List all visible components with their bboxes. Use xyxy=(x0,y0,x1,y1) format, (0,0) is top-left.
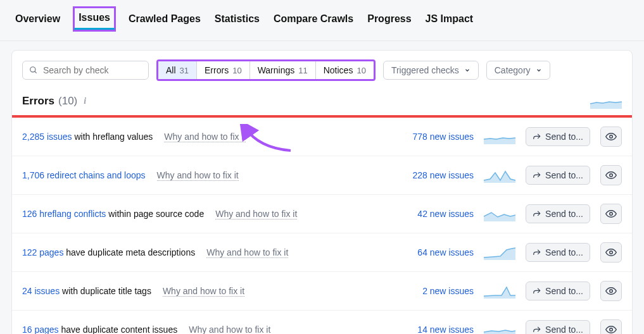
top-nav: Overview Issues Crawled Pages Statistics… xyxy=(0,0,644,41)
filter-all-count: 31 xyxy=(180,66,189,75)
category-label: Category xyxy=(495,65,531,75)
send-to-label: Send to... xyxy=(545,325,583,334)
section-sparkline xyxy=(590,94,622,109)
row-sparkline xyxy=(484,166,515,184)
issue-row: 24 issues with duplicate title tags Why … xyxy=(12,272,632,311)
send-to-button[interactable]: Send to... xyxy=(526,281,590,300)
send-to-label: Send to... xyxy=(545,132,583,142)
issue-link[interactable]: 126 hreflang conflicts xyxy=(22,209,106,219)
eye-icon xyxy=(605,131,617,142)
issue-link[interactable]: 16 pages xyxy=(22,325,59,334)
eye-icon xyxy=(605,208,617,220)
info-icon[interactable]: i xyxy=(84,96,86,106)
filter-tabs: All 31 Errors 10 Warnings 11 Notices 10 xyxy=(156,59,376,81)
share-icon xyxy=(533,287,541,295)
new-issues-link[interactable]: 14 new issues xyxy=(391,325,474,334)
issues-panel: All 31 Errors 10 Warnings 11 Notices 10 … xyxy=(11,50,633,334)
filter-notices-count: 10 xyxy=(357,66,365,75)
new-issues-link[interactable]: 778 new issues xyxy=(391,132,474,142)
send-to-button[interactable]: Send to... xyxy=(526,204,590,223)
share-icon xyxy=(533,325,541,334)
filter-warnings[interactable]: Warnings 11 xyxy=(250,61,316,79)
nav-progress[interactable]: Progress xyxy=(366,11,412,27)
row-sparkline xyxy=(484,205,515,223)
filter-all-label: All xyxy=(166,65,176,75)
fix-link[interactable]: Why and how to fix it xyxy=(163,286,244,297)
issue-text: have duplicate meta descriptions xyxy=(63,247,195,257)
svg-point-6 xyxy=(610,290,613,293)
fix-link[interactable]: Why and how to fix it xyxy=(206,247,288,258)
issue-row: 122 pages have duplicate meta descriptio… xyxy=(12,233,632,272)
filter-errors-count: 10 xyxy=(232,66,241,75)
send-to-label: Send to... xyxy=(545,247,583,257)
issue-row: 16 pages have duplicate content issues W… xyxy=(12,311,632,334)
view-button[interactable] xyxy=(600,127,622,147)
filter-errors-label: Errors xyxy=(205,65,229,75)
issue-link[interactable]: 2,285 issues xyxy=(22,132,72,142)
search-box[interactable] xyxy=(22,61,149,80)
filter-all[interactable]: All 31 xyxy=(158,61,197,79)
issue-link[interactable]: 122 pages xyxy=(22,247,63,257)
issue-row: 2,285 issues with hreflang values Why an… xyxy=(12,118,632,156)
svg-point-3 xyxy=(610,174,613,177)
new-issues-link[interactable]: 64 new issues xyxy=(391,247,474,257)
issue-row: 126 hreflang conflicts within page sourc… xyxy=(12,195,632,233)
section-count: (10) xyxy=(58,95,77,108)
send-to-button[interactable]: Send to... xyxy=(526,243,590,262)
svg-point-0 xyxy=(30,67,35,72)
issue-link[interactable]: 1,706 redirect chains and loops xyxy=(22,170,146,180)
issue-text: with duplicate title tags xyxy=(60,286,151,296)
section-title: Errors xyxy=(22,95,54,108)
fix-link[interactable]: Why and how to fix it xyxy=(189,325,270,335)
share-icon xyxy=(533,248,541,257)
issue-text: within page source code xyxy=(106,209,204,219)
nav-statistics[interactable]: Statistics xyxy=(213,11,261,27)
svg-point-2 xyxy=(610,135,613,139)
new-issues-link[interactable]: 2 new issues xyxy=(391,286,474,296)
issues-list: 2,285 issues with hreflang values Why an… xyxy=(12,118,632,334)
chevron-down-icon xyxy=(464,67,470,73)
eye-icon xyxy=(605,247,617,258)
share-icon xyxy=(533,171,541,180)
row-sparkline xyxy=(484,282,515,300)
category-dropdown[interactable]: Category xyxy=(486,61,550,80)
svg-point-7 xyxy=(610,328,613,331)
issue-link[interactable]: 24 issues xyxy=(22,286,60,296)
nav-js-impact[interactable]: JS Impact xyxy=(424,11,475,27)
svg-line-1 xyxy=(35,71,37,73)
nav-crawled-pages[interactable]: Crawled Pages xyxy=(127,11,202,27)
view-button[interactable] xyxy=(600,165,622,185)
view-button[interactable] xyxy=(600,281,622,301)
send-to-button[interactable]: Send to... xyxy=(526,166,590,185)
filter-warnings-count: 11 xyxy=(298,66,307,75)
fix-link[interactable]: Why and how to fix it xyxy=(215,209,297,220)
chevron-down-icon xyxy=(536,67,542,73)
eye-icon xyxy=(605,324,617,334)
send-to-button[interactable]: Send to... xyxy=(526,320,590,334)
new-issues-link[interactable]: 228 new issues xyxy=(391,170,474,180)
nav-issues-highlight: Issues xyxy=(73,6,116,32)
nav-issues[interactable]: Issues xyxy=(77,9,111,26)
svg-point-4 xyxy=(610,213,613,216)
view-button[interactable] xyxy=(600,204,622,224)
filter-bar: All 31 Errors 10 Warnings 11 Notices 10 … xyxy=(12,51,632,87)
nav-compare-crawls[interactable]: Compare Crawls xyxy=(272,11,355,27)
view-button[interactable] xyxy=(600,319,622,334)
filter-notices-label: Notices xyxy=(324,65,353,75)
triggered-checks-label: Triggered checks xyxy=(391,65,459,75)
new-issues-link[interactable]: 42 new issues xyxy=(391,209,474,219)
search-input[interactable] xyxy=(43,65,142,75)
filter-notices[interactable]: Notices 10 xyxy=(316,61,374,79)
fix-link[interactable]: Why and how to fix it xyxy=(157,170,239,181)
send-to-label: Send to... xyxy=(545,170,583,180)
send-to-button[interactable]: Send to... xyxy=(526,127,590,146)
issue-row: 1,706 redirect chains and loops Why and … xyxy=(12,156,632,195)
svg-point-5 xyxy=(610,251,613,254)
issue-text: with hreflang values xyxy=(72,132,153,142)
view-button[interactable] xyxy=(600,242,622,263)
filter-errors[interactable]: Errors 10 xyxy=(197,61,250,79)
triggered-checks-dropdown[interactable]: Triggered checks xyxy=(383,61,479,80)
nav-overview[interactable]: Overview xyxy=(14,11,61,27)
fix-link[interactable]: Why and how to fix it xyxy=(164,132,246,142)
row-sparkline xyxy=(484,128,515,145)
